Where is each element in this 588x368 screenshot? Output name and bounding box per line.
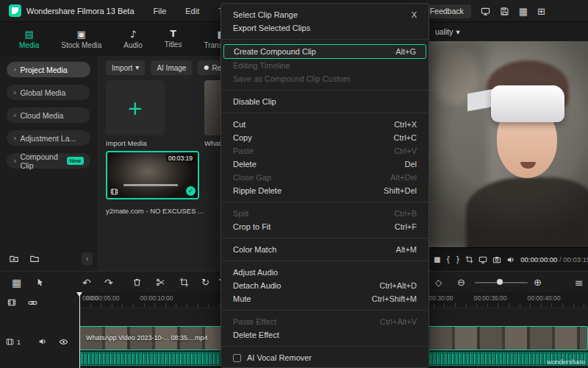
menu-separator <box>222 113 428 113</box>
crop-icon[interactable] <box>179 272 189 293</box>
display-icon[interactable] <box>481 7 490 16</box>
menu-file[interactable]: File <box>154 7 167 15</box>
plus-icon: + <box>127 99 143 118</box>
vignette <box>429 41 588 247</box>
zoom-slider-knob[interactable] <box>497 279 503 285</box>
collapse-panel-button[interactable]: ‹ <box>82 252 93 265</box>
chevron-right-icon: › <box>13 88 16 96</box>
menu-item-color-match[interactable]: Color Match Alt+M <box>221 243 429 256</box>
rotate-icon[interactable]: ↻ <box>201 272 209 293</box>
film-icon <box>110 188 118 196</box>
menu-separator <box>222 238 428 238</box>
app-title: Wondershare Filmora 13 Beta <box>26 7 135 15</box>
feedback-button[interactable]: Feedback <box>423 4 471 18</box>
menu-item-save-as-compound-clip-custom: Save as Compound Clip Custom <box>221 72 429 85</box>
caret-down-icon: ▾ <box>135 64 139 71</box>
menu-item-cut[interactable]: Cut Ctrl+X <box>221 118 429 131</box>
crop-preview-icon[interactable] <box>465 255 473 263</box>
menu-item-adjust-audio[interactable]: Adjust Audio <box>221 266 429 279</box>
playhead[interactable] <box>79 292 80 368</box>
menu-item-delete-effect[interactable]: Delete Effect <box>221 328 429 342</box>
menu-item-export-selected-clips[interactable]: Export Selected Clips <box>221 21 429 35</box>
clip-duration-badge: 00:03:19 <box>166 155 195 162</box>
zoom-out-icon[interactable]: ⊖ <box>457 272 465 293</box>
mark-out-icon[interactable]: } <box>456 256 460 263</box>
menu-item-delete[interactable]: Delete Del <box>221 158 429 171</box>
sidebar-item-compound-clip[interactable]: › Compound Clip New <box>7 153 90 169</box>
clip-context-menu: Select Clip Range X Export Selected Clip… <box>220 3 429 368</box>
timeline-clip-filename: WhatsApp Video 2023-10-... 08:35....mp4 <box>86 334 207 342</box>
layout-icon[interactable]: ▦ <box>519 7 528 16</box>
ruler-label: 00:00:10:00 <box>140 294 173 302</box>
tab-titles[interactable]: T Titles <box>165 29 182 49</box>
audio-icon: ♪ <box>130 29 136 39</box>
chevron-right-icon: › <box>13 66 16 74</box>
stop-icon[interactable]: ■ <box>434 256 440 263</box>
import-media-tile[interactable]: + <box>106 80 165 135</box>
preview-video <box>429 41 588 247</box>
hide-track-eye-icon[interactable] <box>59 337 68 347</box>
track-number-badge: 1 <box>6 338 21 346</box>
delete-icon[interactable] <box>132 272 142 293</box>
volume-icon[interactable] <box>506 255 515 264</box>
link-icon[interactable] <box>28 298 37 308</box>
sidebar-item-adjustment-layer[interactable]: › Adjustment La... <box>7 130 90 146</box>
sidebar-item-project-media[interactable]: › Project Media <box>7 62 90 77</box>
mark-in-icon[interactable]: { <box>445 256 450 263</box>
redo-icon[interactable]: ↷ <box>104 272 113 293</box>
new-folder-icon[interactable] <box>9 254 19 265</box>
zoom-in-icon[interactable]: ⊕ <box>534 272 542 293</box>
clip-filename: y2mate.com - NO EXCUSES ... <box>106 207 216 215</box>
selected-clip-thumbnail[interactable]: 00:03:19 ✓ <box>106 151 199 199</box>
chevron-right-icon: › <box>13 157 16 165</box>
save-icon[interactable] <box>500 7 509 16</box>
sidebar-item-global-media[interactable]: › Global Media <box>7 85 90 100</box>
track-manager-icon[interactable]: ≡ <box>575 272 584 293</box>
add-track-film-icon[interactable] <box>7 298 16 307</box>
caret-down-icon: ▾ <box>456 28 460 36</box>
player-controls: ■ { } 00:00:00:00 / 00:03:19 <box>429 247 588 271</box>
media-icon: ▤ <box>24 29 33 39</box>
workspace-icon[interactable]: ▦ <box>12 272 21 293</box>
filmora-window: Wondershare Filmora 13 Beta File Edit To… <box>0 0 588 368</box>
track-header: 1 <box>0 292 79 368</box>
undo-icon[interactable]: ↶ <box>82 272 91 293</box>
tab-media[interactable]: ▤ Media <box>19 29 39 49</box>
menu-item-split: Split Ctrl+B <box>221 207 429 220</box>
filmora-logo-icon <box>9 4 21 17</box>
menu-item-disable-clip[interactable]: Disable Clip <box>221 95 429 108</box>
menu-item-crop-to-fit[interactable]: Crop to Fit Ctrl+F <box>221 220 429 233</box>
grid-icon[interactable]: ⊞ <box>537 7 545 16</box>
menu-edit[interactable]: Edit <box>185 7 199 15</box>
checkbox-icon[interactable] <box>233 354 241 362</box>
folder-icon[interactable] <box>29 254 40 265</box>
menu-item-detach-audio[interactable]: Detach Audio Ctrl+Alt+D <box>221 279 429 292</box>
tab-audio[interactable]: ♪ Audio <box>123 29 143 49</box>
menu-item-create-compound-clip[interactable]: Create Compound Clip Alt+G <box>223 44 426 59</box>
ruler-label: 00:00:05:00 <box>87 294 120 302</box>
mute-track-icon[interactable] <box>38 337 47 346</box>
menu-item-mute[interactable]: Mute Ctrl+Shift+M <box>221 292 429 305</box>
keyframe-icon[interactable]: ◇ <box>435 272 442 293</box>
split-scissors-icon[interactable] <box>156 272 165 293</box>
menu-item-close-gap: Close Gap Alt+Del <box>221 171 429 184</box>
ruler-label: 00:00:40:00 <box>528 294 561 302</box>
preview-header: uality ▾ <box>429 22 588 41</box>
clip-subtitle-art <box>123 184 178 186</box>
snapshot-icon[interactable] <box>492 255 501 264</box>
media-toolbar: Import ▾ AI Image ● Re <box>106 60 227 75</box>
fullscreen-icon[interactable] <box>478 255 487 264</box>
preview-quality-dropdown[interactable]: uality ▾ <box>435 27 460 36</box>
cursor-icon[interactable] <box>35 272 45 293</box>
menu-separator <box>222 346 428 347</box>
chevron-right-icon: › <box>13 111 16 119</box>
menu-item-ripple-delete[interactable]: Ripple Delete Shift+Del <box>221 184 429 197</box>
menu-item-select-clip-range[interactable]: Select Clip Range X <box>221 8 429 21</box>
menu-item-ai-vocal-remover[interactable]: AI Vocal Remover <box>221 351 429 364</box>
import-button[interactable]: Import ▾ <box>106 60 145 75</box>
menu-separator <box>222 261 428 261</box>
sidebar-item-cloud-media[interactable]: › Cloud Media <box>7 107 90 123</box>
ai-image-button[interactable]: AI Image <box>151 60 192 75</box>
menu-item-copy[interactable]: Copy Ctrl+C <box>221 131 429 144</box>
tab-stock-media[interactable]: ▣ Stock Media <box>61 29 101 49</box>
